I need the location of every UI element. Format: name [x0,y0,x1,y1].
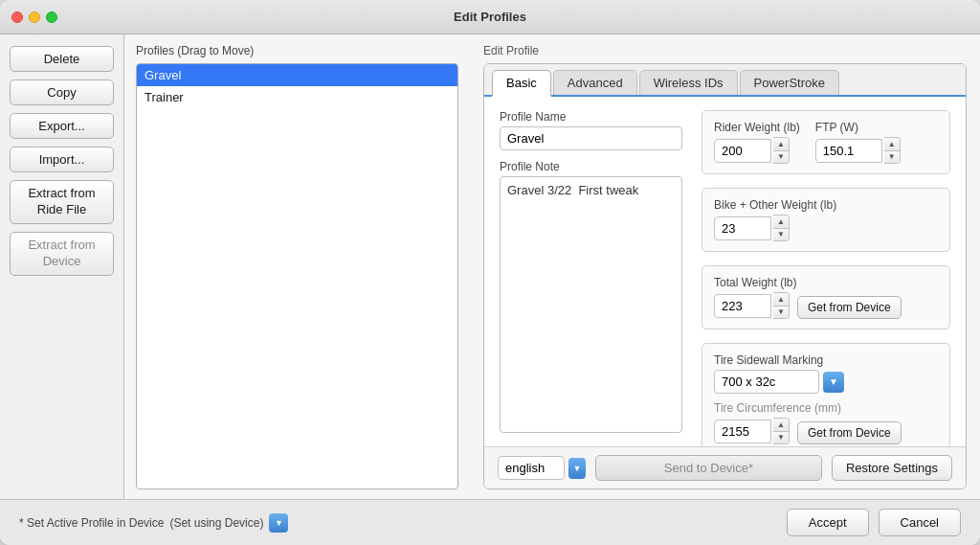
profile-name-field: Profile Name [500,110,682,150]
edit-profile-label: Edit Profile [483,44,967,57]
left-sidebar: Delete Copy Export... Import... Extract … [0,34,124,499]
edit-profile-box: Basic Advanced Wireless IDs PowerStroke … [483,63,967,489]
rider-weight-spinner-btns: ▲ ▼ [773,137,790,164]
footer: * Set Active Profile in Device (Set usin… [0,499,980,545]
language-input[interactable] [498,456,565,480]
tab-left-column: Profile Name Profile Note Gravel 3/22 Fi… [500,110,682,433]
profile-list: Gravel Trainer [136,63,458,489]
profile-name-input[interactable] [500,126,682,150]
tire-circumference-down[interactable]: ▼ [773,432,789,444]
tab-wireless-ids[interactable]: Wireless IDs [639,70,738,95]
window-title: Edit Profiles [454,10,526,24]
ftp-spinner-btns: ▲ ▼ [884,137,901,164]
ftp-spinner: ▲ ▼ [815,137,901,164]
rider-weight-input[interactable] [714,139,771,163]
total-weight-up[interactable]: ▲ [773,293,789,307]
tire-sidewall-field: Tire Sidewall Marking ▼ [714,353,938,394]
window-controls [11,11,57,23]
rider-weight-ftp-row: Rider Weight (lb) ▲ ▼ [714,121,938,164]
tire-sidewall-dropdown-arrow[interactable]: ▼ [823,372,844,393]
profile-list-area: Profiles (Drag to Move) Gravel Trainer [124,34,470,499]
footer-note: * Set Active Profile in Device [19,516,164,530]
total-weight-spinner-btns: ▲ ▼ [773,292,790,319]
export-button[interactable]: Export... [10,113,114,139]
rider-weight-up[interactable]: ▲ [773,138,789,151]
profile-note-field: Profile Note Gravel 3/22 First tweak [500,160,682,433]
ftp-down[interactable]: ▼ [884,151,900,164]
language-selector-wrap: ▼ [498,456,586,480]
weight-ftp-section: Rider Weight (lb) ▲ ▼ [702,110,950,174]
edit-profile-bottom-bar: ▼ Send to Device* Restore Settings [484,446,966,488]
total-weight-label: Total Weight (lb) [714,276,938,289]
extract-ride-button[interactable]: Extract fromRide File [10,180,114,224]
extract-device-button[interactable]: Extract fromDevice [10,232,114,276]
bike-weight-spinner: ▲ ▼ [714,215,938,241]
import-button[interactable]: Import... [10,147,114,172]
tire-circumference-field: Tire Circumference (mm) ▲ ▼ [714,401,938,444]
tab-right-column: Rider Weight (lb) ▲ ▼ [702,110,950,433]
copy-button[interactable]: Copy [10,79,114,105]
get-from-device-2-button[interactable]: Get from Device [797,421,902,444]
ftp-col: FTP (W) ▲ ▼ [815,121,901,164]
profile-note-textarea[interactable]: Gravel 3/22 First tweak [500,176,682,433]
ftp-label: FTP (W) [815,121,901,134]
total-weight-down[interactable]: ▼ [773,307,789,319]
tire-circumference-spinner: ▲ ▼ [714,418,790,444]
tire-circumference-row: ▲ ▼ Get from Device [714,418,938,444]
total-weight-spinner: ▲ ▼ [714,292,790,319]
tire-circumference-label: Tire Circumference (mm) [714,401,938,415]
total-weight-input[interactable] [714,294,771,318]
content-area: Delete Copy Export... Import... Extract … [0,34,980,499]
title-bar: Edit Profiles [0,0,980,34]
profile-name-label: Profile Name [500,110,682,124]
get-from-device-1-button[interactable]: Get from Device [797,296,902,319]
tire-sidewall-label: Tire Sidewall Marking [714,353,938,367]
main-window: Edit Profiles Delete Copy Export... Impo… [0,0,980,545]
ftp-up[interactable]: ▲ [884,138,900,151]
tab-powerstroke[interactable]: PowerStroke [740,70,839,95]
minimize-button[interactable] [29,11,40,23]
tire-sidewall-select-wrap: ▼ [714,370,938,394]
profile-note-label: Profile Note [500,160,682,173]
profile-item-gravel[interactable]: Gravel [137,64,457,86]
tire-circumference-up[interactable]: ▲ [773,419,789,432]
tire-circumference-spinner-btns: ▲ ▼ [773,418,790,444]
tire-circumference-input[interactable] [714,420,771,443]
tire-section: Tire Sidewall Marking ▼ Tire Circumferen… [702,343,950,446]
tabs-bar: Basic Advanced Wireless IDs PowerStroke [484,64,966,97]
maximize-button[interactable] [46,11,57,23]
footer-dropdown-arrow[interactable]: ▼ [269,513,288,533]
rider-weight-spinner: ▲ ▼ [714,137,800,164]
rider-weight-label: Rider Weight (lb) [714,121,800,134]
profile-item-trainer[interactable]: Trainer [137,86,457,108]
bike-weight-section: Bike + Other Weight (lb) ▲ ▼ [702,188,950,252]
language-dropdown-arrow[interactable]: ▼ [568,458,586,479]
footer-left: * Set Active Profile in Device (Set usin… [19,513,777,533]
bike-weight-label: Bike + Other Weight (lb) [714,198,938,212]
bike-weight-input[interactable] [714,216,771,240]
total-weight-section: Total Weight (lb) ▲ ▼ Get from Device [702,265,950,329]
accept-button[interactable]: Accept [787,509,869,536]
tab-basic-content: Profile Name Profile Note Gravel 3/22 Fi… [484,97,966,446]
cancel-button[interactable]: Cancel [879,509,961,536]
tab-advanced[interactable]: Advanced [553,70,637,95]
bike-weight-spinner-btns: ▲ ▼ [773,215,790,241]
footer-set-using: (Set using Device) [169,516,263,530]
rider-weight-down[interactable]: ▼ [773,151,789,164]
delete-button[interactable]: Delete [10,46,114,72]
restore-settings-button[interactable]: Restore Settings [832,455,952,481]
total-weight-row: ▲ ▼ Get from Device [714,292,938,319]
right-panel: Edit Profile Basic Advanced Wireless IDs… [470,34,980,499]
bike-weight-up[interactable]: ▲ [773,216,789,229]
bike-weight-down[interactable]: ▼ [773,229,789,241]
ftp-input[interactable] [815,139,882,163]
rider-weight-col: Rider Weight (lb) ▲ ▼ [714,121,800,164]
tab-basic[interactable]: Basic [492,70,551,97]
close-button[interactable] [11,11,23,23]
send-to-device-button[interactable]: Send to Device* [595,455,822,481]
tire-sidewall-input[interactable] [714,370,819,394]
profiles-section-label: Profiles (Drag to Move) [136,44,458,57]
